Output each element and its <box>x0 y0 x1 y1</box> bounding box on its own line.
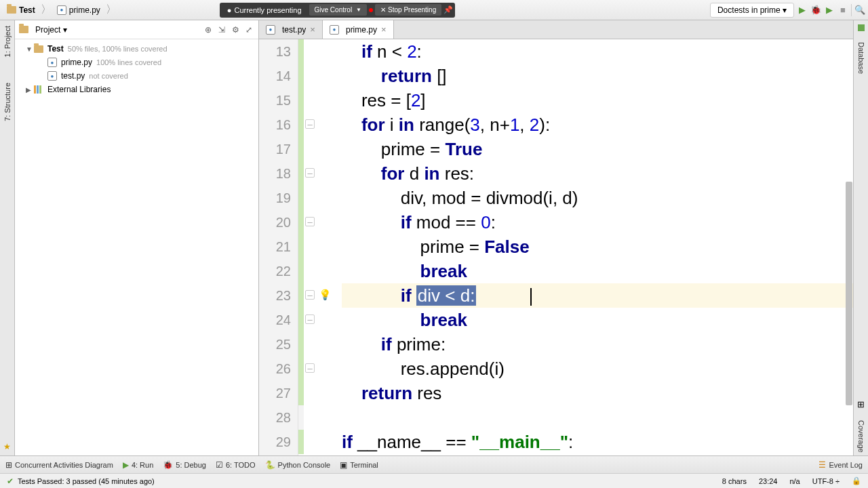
folder-icon <box>34 45 43 53</box>
code-line[interactable]: if n < 2: <box>342 39 853 64</box>
tree-file-label: prime.py <box>61 58 92 67</box>
settings-icon[interactable]: ⚙ <box>230 24 241 35</box>
code-editor[interactable]: 1314151617181920212223242526272829 ––––💡… <box>259 39 853 455</box>
breadcrumb-file-label: prime.py <box>69 5 100 15</box>
coverage-strip <box>298 39 304 455</box>
fold-icon[interactable]: – <box>305 314 315 324</box>
code-line[interactable] <box>342 405 853 430</box>
tree-file-label: test.py <box>61 71 85 81</box>
analysis-icon[interactable]: ⊞ <box>857 399 865 409</box>
collapse-all-icon[interactable]: ⇲ <box>216 24 227 35</box>
run-tab[interactable]: ▶4: Run <box>123 460 153 470</box>
status-selection: 8 chars <box>722 477 747 485</box>
status-lock-icon[interactable]: 🔒 <box>852 476 861 485</box>
search-button[interactable]: 🔍 <box>854 5 865 16</box>
close-icon[interactable]: × <box>310 24 315 35</box>
editor-tabs: test.py×prime.py× <box>259 20 853 39</box>
hide-icon[interactable]: ⤢ <box>243 24 254 35</box>
tests-passed-icon: ✔ <box>7 476 14 486</box>
line-number-gutter: 1314151617181920212223242526272829 <box>259 39 298 455</box>
code-line[interactable]: if mod == 0: <box>342 210 853 235</box>
editor-area: test.py×prime.py× 1314151617181920212223… <box>259 20 853 455</box>
gutter-icons: ––––💡–– <box>304 39 342 455</box>
breadcrumb-project-label: Test <box>19 5 35 15</box>
code-content[interactable]: if n < 2: return [] res = [2] for i in r… <box>342 39 853 455</box>
editor-tab[interactable]: test.py× <box>259 20 323 39</box>
code-line[interactable]: for d in res: <box>342 161 853 186</box>
todo-tab[interactable]: ☑6: TODO <box>216 460 256 470</box>
python-console-tab[interactable]: 🐍Python Console <box>265 460 331 470</box>
presenting-label: ● Currently presenting <box>222 6 307 14</box>
project-tool-tab[interactable]: 1: Project <box>3 23 12 60</box>
python-file-icon <box>47 58 57 67</box>
code-line[interactable]: div, mod = divmod(i, d) <box>342 186 853 210</box>
terminal-tab[interactable]: ▣Terminal <box>340 460 378 470</box>
run-button[interactable]: ▶ <box>797 5 808 16</box>
python-file-icon <box>330 25 339 35</box>
run-configuration-select[interactable]: Doctests in prime ▾ <box>710 3 794 18</box>
expand-icon[interactable]: ▶ <box>26 86 34 94</box>
code-line[interactable]: for i in range(3, n+1, 2): <box>342 113 853 137</box>
code-line[interactable]: if prime: <box>342 332 853 357</box>
status-caret-pos: 23:24 <box>759 477 778 485</box>
structure-tool-tab[interactable]: 7: Structure <box>3 80 12 124</box>
database-tool-tab[interactable]: Database <box>857 39 865 77</box>
debug-tab[interactable]: 🐞5: Debug <box>163 460 206 470</box>
python-file-icon <box>47 71 57 81</box>
code-line[interactable]: prime = True <box>342 137 853 161</box>
run-coverage-button[interactable]: ▶ <box>824 5 835 16</box>
expand-icon[interactable]: ▼ <box>26 45 34 53</box>
stop-presenting-button[interactable]: ✕ Stop Presenting <box>375 4 441 16</box>
fold-icon[interactable]: – <box>305 168 315 178</box>
scrollbar-thumb[interactable] <box>846 182 852 405</box>
code-line[interactable]: res = [2] <box>342 88 853 113</box>
favorites-icon[interactable]: ★ <box>3 442 11 451</box>
pin-icon[interactable]: 📌 <box>443 5 453 14</box>
intention-bulb-icon[interactable]: 💡 <box>319 289 332 301</box>
breadcrumb-project[interactable]: Test <box>3 4 39 16</box>
fold-icon[interactable]: – <box>305 119 315 129</box>
run-toolbar: Doctests in prime ▾ ▶ 🐞 ▶ ■ 🔍 <box>710 3 865 18</box>
folder-icon <box>7 6 16 14</box>
code-line[interactable]: break <box>342 308 853 332</box>
right-tool-rail: Database ⊞ Coverage <box>853 20 868 455</box>
give-control-button[interactable]: Give Control▼ <box>309 4 368 16</box>
tree-external-libs[interactable]: ▶ External Libraries <box>15 83 258 96</box>
chevron-right-icon: 〉 <box>106 3 117 17</box>
code-line[interactable]: break <box>342 259 853 283</box>
tree-file-hint: 100% lines covered <box>96 58 161 66</box>
status-insert-mode: n/a <box>789 477 800 485</box>
scroll-from-source-icon[interactable]: ⊕ <box>203 24 214 35</box>
breadcrumb-file[interactable]: prime.py <box>53 4 104 16</box>
tree-libs-label: External Libraries <box>47 85 111 94</box>
coverage-tool-tab[interactable]: Coverage <box>857 418 865 455</box>
tab-label: prime.py <box>346 25 377 35</box>
fold-icon[interactable]: – <box>305 217 315 226</box>
concurrent-diagram-tab[interactable]: ⊞Concurrent Activities Diagram <box>5 460 113 470</box>
tree-root-label: Test <box>47 44 64 54</box>
fold-icon[interactable]: – <box>305 290 315 300</box>
debug-button[interactable]: 🐞 <box>810 5 821 16</box>
code-line[interactable]: if __name__ == "__main__": <box>342 430 853 454</box>
code-line[interactable]: return [] <box>342 64 853 88</box>
fold-icon[interactable]: – <box>305 363 315 373</box>
stop-button[interactable]: ■ <box>837 5 848 16</box>
tree-file-test[interactable]: test.py not covered <box>15 69 258 83</box>
code-line[interactable]: return res <box>342 381 853 405</box>
code-line[interactable]: if div < d: <box>342 283 853 308</box>
code-line[interactable]: prime = False <box>342 235 853 259</box>
top-toolbar: Test 〉 prime.py 〉 ● Currently presenting… <box>0 0 868 20</box>
tree-root[interactable]: ▼ Test 50% files, 100% lines covered <box>15 42 258 56</box>
sidebar-title: Project ▾ <box>35 25 199 35</box>
tree-file-prime[interactable]: prime.py 100% lines covered <box>15 56 258 69</box>
presenter-bar: ● Currently presenting Give Control▼ ✕ S… <box>220 3 455 18</box>
editor-tab[interactable]: prime.py× <box>323 20 394 39</box>
code-line[interactable]: res.append(i) <box>342 357 853 381</box>
status-encoding[interactable]: UTF-8 ÷ <box>812 477 840 485</box>
folder-icon <box>19 26 28 33</box>
editor-scrollbar[interactable] <box>844 39 853 455</box>
close-icon[interactable]: × <box>381 24 387 35</box>
event-log-tab[interactable]: ☰Event Log <box>818 460 863 470</box>
tree-file-hint: not covered <box>89 72 127 80</box>
chevron-down-icon: ▼ <box>356 7 361 13</box>
